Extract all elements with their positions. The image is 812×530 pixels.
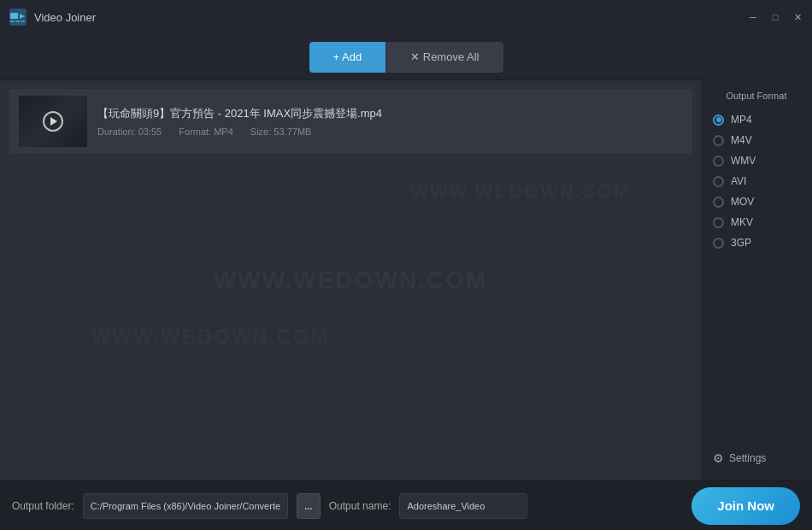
gear-icon: ⚙ — [713, 451, 724, 465]
bottom-bar: Output folder: ... Output name: Join Now — [0, 480, 812, 530]
format-option-3gp[interactable]: 3GP — [709, 233, 803, 253]
settings-label: Settings — [729, 452, 766, 464]
format-option-mp4[interactable]: MP4 — [709, 109, 803, 130]
format-label-avi: AVI — [731, 175, 746, 187]
svg-rect-4 — [15, 21, 20, 22]
svg-rect-3 — [10, 21, 15, 22]
radio-mkv — [713, 217, 724, 228]
format-option-avi[interactable]: AVI — [709, 171, 803, 191]
format-option-mov[interactable]: MOV — [709, 191, 803, 212]
title-bar: Video Joiner ─ □ ✕ — [0, 0, 812, 34]
size-value: 53.77MB — [274, 127, 311, 137]
format-label-3gp: 3GP — [731, 237, 751, 249]
duration-key: Duration: — [97, 127, 136, 137]
format-label: Format: MP4 — [179, 127, 233, 137]
file-item[interactable]: 【玩命關頭9】官方預告 - 2021年 IMAX同步震撼登場.mp4 Durat… — [9, 89, 692, 154]
size-label: Size: 53.77MB — [250, 127, 312, 137]
radio-mov — [713, 197, 724, 208]
format-option-m4v[interactable]: M4V — [709, 130, 803, 150]
output-folder-label: Output folder: — [12, 500, 74, 512]
svg-rect-5 — [21, 21, 25, 22]
toolbar: + Add ✕ Remove All — [0, 34, 812, 80]
settings-button[interactable]: ⚙ Settings — [709, 446, 803, 470]
radio-wmv — [713, 156, 724, 167]
file-info: 【玩命關頭9】官方預告 - 2021年 IMAX同步震撼登場.mp4 Durat… — [97, 106, 682, 137]
format-label-m4v: M4V — [731, 134, 752, 146]
format-label-wmv: WMV — [731, 155, 756, 167]
app-icon — [9, 8, 27, 26]
play-triangle — [50, 117, 57, 126]
output-format-label: Output Format — [709, 91, 803, 101]
svg-rect-1 — [10, 13, 18, 19]
app-title: Video Joiner — [34, 11, 96, 24]
format-label-mov: MOV — [731, 196, 754, 208]
titlebar-controls: ─ □ ✕ — [747, 11, 803, 23]
play-icon — [43, 111, 63, 132]
duration-label: Duration: 03:55 — [97, 127, 162, 137]
format-key: Format: — [179, 127, 211, 137]
output-name-label: Output name: — [329, 500, 391, 512]
radio-3gp — [713, 238, 724, 249]
close-button[interactable]: ✕ — [791, 11, 803, 23]
size-key: Size: — [250, 127, 271, 137]
right-panel: Output Format MP4 M4V WMV AVI — [701, 80, 812, 480]
file-thumbnail — [19, 96, 87, 147]
titlebar-left: Video Joiner — [9, 8, 96, 26]
format-option-mkv[interactable]: MKV — [709, 212, 803, 233]
format-label-mkv: MKV — [731, 216, 753, 228]
watermark3: WWW.WEDOWN.COM — [410, 180, 631, 203]
file-name: 【玩命關頭9】官方預告 - 2021年 IMAX同步震撼登場.mp4 — [97, 106, 682, 121]
file-list-area: WWW.WEDOWN.COM WWW.WEDOWN.COM WWW.WEDOWN… — [0, 80, 701, 480]
format-value: MP4 — [214, 127, 233, 137]
radio-avi — [713, 176, 724, 187]
watermark2: WWW.WEDOWN.COM — [91, 325, 330, 349]
duration-value: 03:55 — [138, 127, 162, 137]
radio-mp4 — [713, 115, 724, 126]
browse-button[interactable]: ... — [297, 493, 321, 519]
radio-m4v — [713, 135, 724, 146]
main-area: WWW.WEDOWN.COM WWW.WEDOWN.COM WWW.WEDOWN… — [0, 80, 812, 480]
add-button[interactable]: + Add — [309, 42, 386, 73]
join-now-button[interactable]: Join Now — [691, 487, 800, 525]
output-name-input[interactable] — [399, 493, 527, 519]
format-option-wmv[interactable]: WMV — [709, 150, 803, 171]
maximize-button[interactable]: □ — [769, 11, 781, 23]
file-meta: Duration: 03:55 Format: MP4 Size: 53.77M… — [97, 127, 682, 137]
watermark: WWW.WEDOWN.COM — [214, 267, 487, 294]
minimize-button[interactable]: ─ — [747, 11, 759, 23]
output-folder-input[interactable] — [83, 493, 288, 519]
remove-all-button[interactable]: ✕ Remove All — [385, 42, 503, 73]
format-label-mp4: MP4 — [731, 114, 752, 126]
format-options: MP4 M4V WMV AVI MOV — [709, 109, 803, 253]
